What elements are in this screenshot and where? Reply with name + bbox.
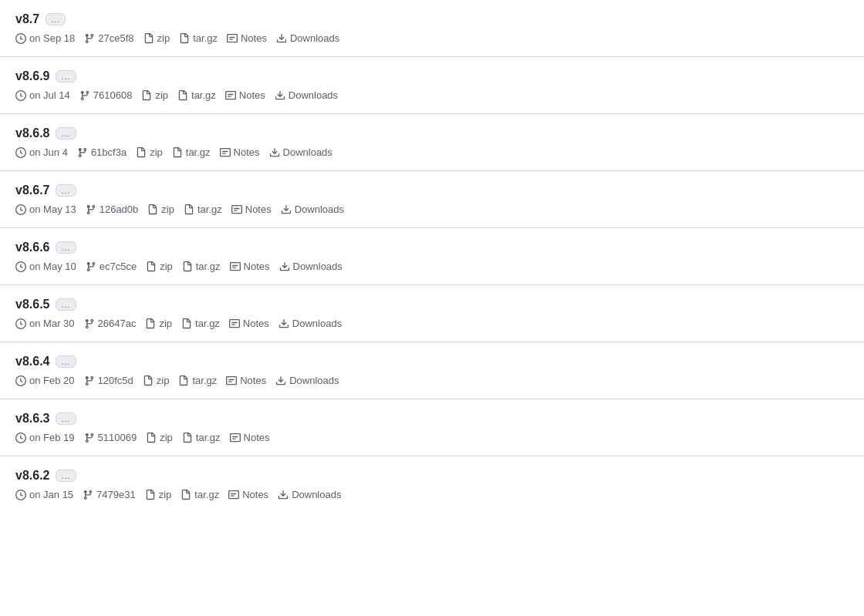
release-downloads-link[interactable]: Downloads xyxy=(269,146,332,158)
release-zip-link[interactable]: zip xyxy=(147,204,174,215)
targz-file-icon xyxy=(181,318,192,329)
release-tag-link[interactable]: v8.7 xyxy=(15,12,39,26)
release-targz-link[interactable]: tar.gz xyxy=(182,432,221,443)
release-commit[interactable]: 5110069 xyxy=(84,432,137,443)
release-tag-link[interactable]: v8.6.6 xyxy=(15,241,49,254)
release-notes-link[interactable]: Notes xyxy=(225,89,265,101)
release-zip-link[interactable]: zip xyxy=(146,432,173,443)
notes-icon xyxy=(229,318,240,329)
targz-file-icon xyxy=(172,147,183,158)
download-icon xyxy=(276,33,287,44)
release-targz-link[interactable]: tar.gz xyxy=(178,375,217,386)
targz-file-icon xyxy=(184,204,194,215)
release-zip-link[interactable]: zip xyxy=(146,261,173,272)
release-zip-link[interactable]: zip xyxy=(145,489,172,500)
release-date: on Feb 19 xyxy=(15,432,75,443)
release-targz-link[interactable]: tar.gz xyxy=(172,146,211,158)
release-notes-link[interactable]: Notes xyxy=(231,204,272,215)
release-targz-link[interactable]: tar.gz xyxy=(181,489,219,500)
release-item: v8.6.6... on May 10 ec7c5ce zip tar.gz N… xyxy=(0,228,864,285)
release-zip-link[interactable]: zip xyxy=(143,32,170,44)
release-date: on Jul 14 xyxy=(15,89,70,101)
download-icon xyxy=(278,490,289,500)
release-commit[interactable]: 27ce5f8 xyxy=(84,32,133,44)
release-commit[interactable]: 126ad0b xyxy=(86,204,139,215)
targz-file-icon xyxy=(178,375,189,386)
release-dots-badge[interactable]: ... xyxy=(56,127,76,140)
targz-label: tar.gz xyxy=(193,32,218,44)
release-commit[interactable]: 7610608 xyxy=(79,89,133,101)
release-targz-link[interactable]: tar.gz xyxy=(182,261,221,272)
release-zip-link[interactable]: zip xyxy=(145,318,172,329)
release-targz-link[interactable]: tar.gz xyxy=(177,89,216,101)
release-downloads-link[interactable]: Downloads xyxy=(276,32,339,44)
downloads-label: Downloads xyxy=(290,32,339,44)
release-dots-badge[interactable]: ... xyxy=(56,241,76,254)
zip-file-icon xyxy=(136,147,147,158)
release-notes-link[interactable]: Notes xyxy=(220,146,260,158)
targz-file-icon xyxy=(179,33,190,44)
release-date: on Sep 18 xyxy=(15,32,75,44)
release-commit-hash: 7610608 xyxy=(93,89,133,101)
release-notes-link[interactable]: Notes xyxy=(230,261,270,272)
notes-icon xyxy=(230,261,241,272)
release-tag-link[interactable]: v8.6.8 xyxy=(15,126,49,140)
release-commit[interactable]: ec7c5ce xyxy=(86,261,137,272)
release-notes-link[interactable]: Notes xyxy=(226,375,266,386)
release-header: v8.6.9... xyxy=(15,69,849,83)
release-header: v8.6.3... xyxy=(15,412,849,426)
release-dots-badge[interactable]: ... xyxy=(56,470,76,482)
release-downloads-link[interactable]: Downloads xyxy=(281,204,344,215)
targz-label: tar.gz xyxy=(194,489,219,500)
release-notes-link[interactable]: Notes xyxy=(230,432,270,443)
release-dots-badge[interactable]: ... xyxy=(46,13,66,25)
release-notes-link[interactable]: Notes xyxy=(227,32,267,44)
targz-file-icon xyxy=(182,261,193,272)
release-date-label: on Jul 14 xyxy=(29,89,70,101)
release-dots-badge[interactable]: ... xyxy=(56,184,76,197)
release-dots-badge[interactable]: ... xyxy=(56,412,76,425)
clock-icon xyxy=(15,318,26,329)
release-commit[interactable]: 26647ac xyxy=(84,318,137,329)
release-date-label: on Mar 30 xyxy=(29,318,75,329)
release-header: v8.7... xyxy=(15,12,849,26)
notes-icon xyxy=(220,147,231,158)
release-tag-link[interactable]: v8.6.4 xyxy=(15,355,49,369)
release-dots-badge[interactable]: ... xyxy=(56,298,76,311)
clock-icon xyxy=(15,90,26,101)
release-commit[interactable]: 7479e31 xyxy=(83,489,136,500)
release-downloads-link[interactable]: Downloads xyxy=(278,318,342,329)
release-tag-link[interactable]: v8.6.9 xyxy=(15,69,49,83)
release-dots-badge[interactable]: ... xyxy=(56,355,76,368)
download-icon xyxy=(269,147,280,158)
release-notes-link[interactable]: Notes xyxy=(229,318,269,329)
release-item: v8.6.2... on Jan 15 7479e31 zip tar.gz N… xyxy=(0,456,864,513)
commit-icon xyxy=(79,90,90,101)
targz-label: tar.gz xyxy=(195,318,220,329)
release-downloads-link[interactable]: Downloads xyxy=(279,261,343,272)
release-downloads-link[interactable]: Downloads xyxy=(275,375,339,386)
release-tag-link[interactable]: v8.6.5 xyxy=(15,298,49,311)
release-tag-link[interactable]: v8.6.7 xyxy=(15,183,49,197)
release-tag-link[interactable]: v8.6.2 xyxy=(15,469,49,483)
targz-file-icon xyxy=(177,90,188,101)
release-targz-link[interactable]: tar.gz xyxy=(184,204,222,215)
release-commit[interactable]: 120fc5d xyxy=(84,375,133,386)
release-downloads-link[interactable]: Downloads xyxy=(275,89,338,101)
zip-label: zip xyxy=(161,204,174,215)
release-zip-link[interactable]: zip xyxy=(136,146,163,158)
release-zip-link[interactable]: zip xyxy=(143,375,170,386)
release-targz-link[interactable]: tar.gz xyxy=(181,318,220,329)
release-tag-link[interactable]: v8.6.3 xyxy=(15,412,49,426)
notes-label: Notes xyxy=(244,261,270,272)
release-meta: on Mar 30 26647ac zip tar.gz Notes Downl… xyxy=(15,318,849,329)
notes-icon xyxy=(227,33,238,44)
release-zip-link[interactable]: zip xyxy=(141,89,168,101)
release-targz-link[interactable]: tar.gz xyxy=(179,32,218,44)
release-commit[interactable]: 61bcf3a xyxy=(77,146,127,158)
commit-icon xyxy=(86,261,96,272)
release-downloads-link[interactable]: Downloads xyxy=(278,489,341,500)
release-notes-link[interactable]: Notes xyxy=(228,489,268,500)
release-dots-badge[interactable]: ... xyxy=(56,70,76,82)
release-commit-hash: 7479e31 xyxy=(96,489,136,500)
